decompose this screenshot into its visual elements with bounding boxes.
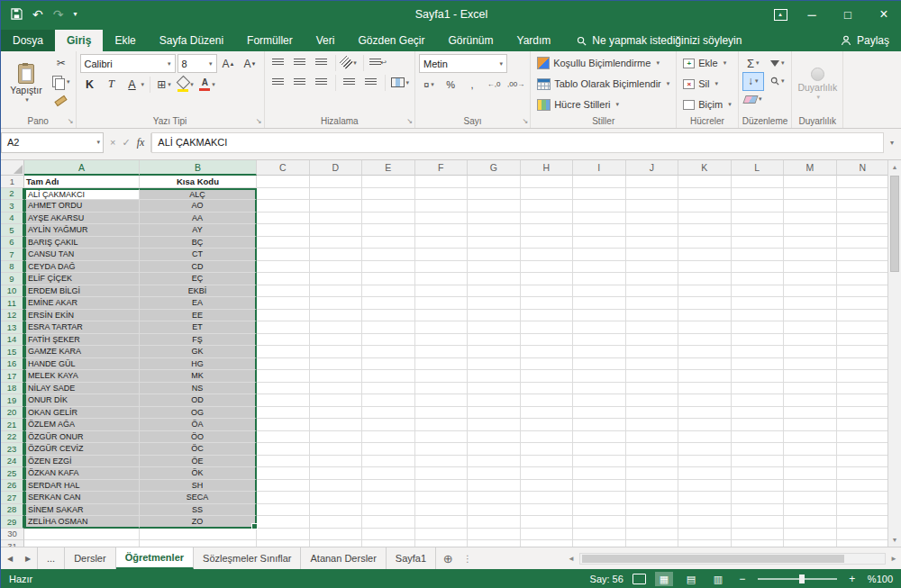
align-right-button[interactable] — [312, 74, 332, 91]
cell-B19[interactable]: OD — [140, 394, 257, 407]
cell-K14[interactable] — [678, 334, 732, 347]
conditional-formatting-button[interactable]: Koşullu Biçimlendirme▾ — [534, 54, 672, 72]
cell-D20[interactable] — [310, 407, 363, 420]
cell-G30[interactable] — [468, 529, 521, 541]
cell-D6[interactable] — [310, 237, 363, 249]
cell-K15[interactable] — [678, 346, 732, 358]
customize-qat-button[interactable]: ▾ — [73, 11, 77, 18]
cell-B23[interactable]: ÖC — [140, 443, 257, 456]
cell-C11[interactable] — [257, 297, 310, 310]
cell-M14[interactable] — [784, 334, 837, 347]
cell-N21[interactable] — [837, 419, 888, 431]
cell-J12[interactable] — [626, 310, 679, 322]
cell-J1[interactable] — [626, 176, 679, 188]
cell-E26[interactable] — [362, 480, 415, 493]
grow-font-button[interactable]: A▲ — [219, 55, 239, 72]
cell-D22[interactable] — [310, 431, 363, 444]
cell-I8[interactable] — [573, 261, 626, 274]
cell-C28[interactable] — [257, 504, 310, 517]
cell-L6[interactable] — [732, 237, 785, 249]
tell-me-search[interactable]: Ne yapmak istediğinizi söyleyin — [577, 30, 742, 51]
cell-N7[interactable] — [837, 249, 888, 261]
cell-E20[interactable] — [362, 407, 415, 420]
view-page-break-button[interactable]: ▥ — [709, 572, 727, 586]
cell-G23[interactable] — [468, 443, 521, 456]
cell-M30[interactable] — [784, 529, 837, 541]
cell-I3[interactable] — [573, 200, 626, 213]
zoom-level[interactable]: %100 — [868, 574, 893, 584]
cell-C7[interactable] — [257, 249, 310, 261]
cell-D14[interactable] — [310, 334, 363, 347]
cell-J31[interactable] — [626, 540, 679, 547]
cell-C9[interactable] — [257, 273, 310, 285]
cell-G12[interactable] — [468, 310, 521, 322]
cell-E13[interactable] — [362, 321, 415, 334]
bold-button[interactable]: K — [80, 76, 100, 93]
cell-G1[interactable] — [468, 176, 521, 188]
cell-C24[interactable] — [257, 456, 310, 468]
cell-M8[interactable] — [784, 261, 837, 274]
cell-A4[interactable]: AYŞE AKARSU — [24, 213, 140, 225]
cell-N16[interactable] — [837, 358, 888, 371]
cell-F21[interactable] — [415, 419, 469, 431]
cell-J29[interactable] — [626, 516, 679, 529]
cell-L26[interactable] — [732, 480, 785, 493]
row-header-18[interactable]: 18 — [1, 383, 24, 395]
cell-B25[interactable]: ÖK — [140, 467, 257, 480]
cell-I9[interactable] — [573, 273, 626, 285]
cell-J20[interactable] — [626, 407, 679, 420]
cell-B24[interactable]: ÖE — [140, 456, 257, 468]
sheet-bar-splitter[interactable]: ⋮ — [460, 547, 476, 569]
cell-B27[interactable]: SECA — [140, 492, 257, 504]
cell-B16[interactable]: HG — [140, 358, 257, 371]
column-header-N[interactable]: N — [837, 160, 888, 176]
cell-F5[interactable] — [415, 224, 469, 237]
view-normal-button[interactable]: ▦ — [655, 572, 673, 586]
cell-E6[interactable] — [362, 237, 415, 249]
cell-E19[interactable] — [362, 394, 415, 407]
align-top-button[interactable] — [268, 54, 288, 71]
cell-N6[interactable] — [837, 237, 888, 249]
cell-H6[interactable] — [521, 237, 574, 249]
select-all-button[interactable] — [1, 160, 24, 176]
cell-L16[interactable] — [732, 358, 785, 371]
cell-K21[interactable] — [678, 419, 732, 431]
cell-K6[interactable] — [678, 237, 732, 249]
cell-M25[interactable] — [784, 467, 837, 480]
cell-H7[interactable] — [521, 249, 574, 261]
cell-I21[interactable] — [573, 419, 626, 431]
row-header-14[interactable]: 14 — [1, 334, 24, 347]
scroll-down-button[interactable]: ▼ — [888, 533, 901, 547]
cell-F31[interactable] — [415, 540, 469, 547]
cell-N9[interactable] — [837, 273, 888, 285]
cell-M13[interactable] — [784, 321, 837, 334]
cell-I16[interactable] — [573, 358, 626, 371]
cell-F12[interactable] — [415, 310, 469, 322]
cell-I15[interactable] — [573, 346, 626, 358]
format-as-table-button[interactable]: Tablo Olarak Biçimlendir▾ — [534, 75, 672, 93]
cell-D31[interactable] — [310, 540, 363, 547]
cell-A30[interactable] — [24, 529, 140, 541]
cell-M11[interactable] — [784, 297, 837, 310]
cell-G3[interactable] — [468, 200, 521, 213]
cell-E21[interactable] — [362, 419, 415, 431]
cell-I31[interactable] — [573, 540, 626, 547]
cell-L21[interactable] — [732, 419, 785, 431]
column-header-B[interactable]: B — [140, 160, 257, 176]
cell-K17[interactable] — [678, 370, 732, 383]
cell-K30[interactable] — [678, 529, 732, 541]
cell-E2[interactable] — [362, 188, 415, 201]
cell-I6[interactable] — [573, 237, 626, 249]
cell-D18[interactable] — [310, 383, 363, 395]
cell-M19[interactable] — [784, 394, 837, 407]
sheet-tab-atanan-dersler[interactable]: Atanan Dersler — [301, 547, 386, 569]
new-sheet-button[interactable]: ⊕ — [436, 547, 460, 569]
cell-C19[interactable] — [257, 394, 310, 407]
cell-D4[interactable] — [310, 213, 363, 225]
cell-G2[interactable] — [468, 188, 521, 201]
cell-I18[interactable] — [573, 383, 626, 395]
formula-bar-expand-button[interactable]: ▾ — [884, 139, 900, 147]
cell-H11[interactable] — [521, 297, 574, 310]
cell-G5[interactable] — [468, 224, 521, 237]
cell-E15[interactable] — [362, 346, 415, 358]
